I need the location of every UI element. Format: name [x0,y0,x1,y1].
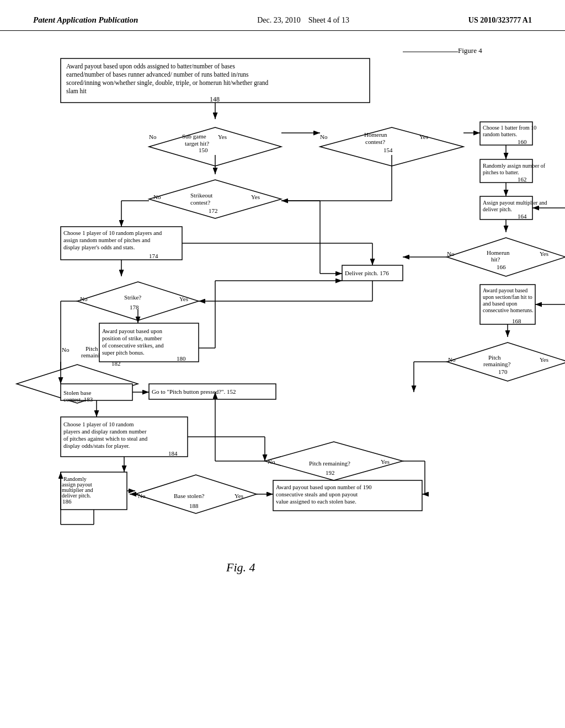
svg-text:Assign payout multiplier and: Assign payout multiplier and [483,200,547,206]
svg-marker-37 [447,238,565,276]
svg-text:Yes: Yes [179,296,188,302]
diagram-area: Figure 4 Award payout based upon odds as… [0,31,565,693]
svg-text:192: 192 [326,469,335,476]
header-sheet: Sheet 4 of 13 [308,16,349,24]
svg-text:and based upon: and based upon [483,301,517,307]
svg-text:Yes: Yes [540,250,548,257]
svg-text:No: No [448,356,456,363]
svg-text:Yes: Yes [218,133,227,140]
svg-text:No: No [149,133,157,140]
svg-text:No: No [153,194,161,200]
page-header: Patent Application Publication Dec. 23, … [0,0,565,31]
svg-text:Pitch: Pitch [86,345,98,352]
svg-text:consecutive steals and upon pa: consecutive steals and upon payout [276,491,358,497]
svg-text:Award payout based upon: Award payout based upon [102,328,163,334]
svg-text:deliver pitch.: deliver pitch. [483,206,512,212]
header-patent-number: US 2010/323777 A1 [468,16,532,25]
svg-text:Award payout based upon number: Award payout based upon number of 190 [276,484,371,490]
node-148-text: Award payout based upon odds assigned to… [66,63,235,70]
svg-text:Yes: Yes [234,493,243,499]
svg-text:super pitch bonus.: super pitch bonus. [102,350,145,356]
svg-text:random batters.: random batters. [483,131,517,137]
svg-text:No: No [447,250,455,257]
svg-text:164: 164 [518,213,527,220]
svg-text:scored/inning won/whether sing: scored/inning won/whether single, double… [66,79,269,87]
svg-text:assign random number of pitche: assign random number of pitches and [63,237,151,243]
svg-text:target hit?: target hit? [185,140,209,147]
svg-text:Base stolen?: Base stolen? [174,493,204,499]
svg-text:hit?: hit? [491,256,500,263]
svg-text:contest?: contest? [365,138,385,145]
svg-text:Award payout based: Award payout based [483,287,527,293]
svg-text:display odds/stats for player.: display odds/stats for player. [63,443,130,449]
svg-text:160: 160 [518,138,527,145]
svg-text:172: 172 [209,207,218,214]
svg-text:148: 148 [210,95,220,103]
svg-text:Pitch: Pitch [488,354,501,361]
svg-text:166: 166 [497,264,506,270]
header-publication: Patent Application Publication [33,15,138,25]
svg-text:Choose 1 batter from 10: Choose 1 batter from 10 [483,125,536,131]
svg-text:value assigned to each stolen : value assigned to each stolen base. [276,499,356,505]
svg-text:pitches to batter.: pitches to batter. [483,169,519,175]
figure-label: Figure 4 [458,46,482,55]
svg-text:upon section/fan hit to: upon section/fan hit to [483,294,532,300]
svg-text:Choose 1 player of 10 random: Choose 1 player of 10 random [63,421,134,427]
svg-text:Go to "Pitch button pressed?".: Go to "Pitch button pressed?". 152 [152,388,236,395]
svg-text:consecutive homeruns.: consecutive homeruns. [483,307,534,313]
svg-text:Choose 1 player of 10 random p: Choose 1 player of 10 random players and [63,230,162,236]
svg-text:Strikeout: Strikeout [190,192,212,199]
svg-text:Yes: Yes [540,356,548,363]
svg-text:170: 170 [498,368,508,375]
svg-text:position of strike, number: position of strike, number [102,335,162,341]
svg-text:Stolen base: Stolen base [63,389,92,396]
svg-text:Yes: Yes [419,133,428,140]
figure-bottom-label: Fig. 4 [226,560,255,574]
svg-text:150: 150 [199,147,208,153]
svg-text:contest. 183: contest. 183 [63,396,93,403]
svg-text:174: 174 [149,253,158,259]
svg-text:players and display random num: players and display random number [63,429,147,435]
flowchart-svg: Figure 4 Award payout based upon odds as… [0,31,565,693]
svg-text:earned/number of bases runner : earned/number of bases runner advanced/ … [66,71,249,78]
svg-text:Deliver pitch. 176: Deliver pitch. 176 [345,270,389,276]
svg-text:162: 162 [518,176,527,183]
svg-text:Homerun: Homerun [364,131,387,138]
svg-text:184: 184 [168,450,178,457]
svg-text:remaining?: remaining? [483,361,511,367]
header-date-sheet: Dec. 23, 2010 Sheet 4 of 13 [257,16,349,25]
svg-text:No: No [320,133,328,140]
svg-text:Randomly assign number of: Randomly assign number of [483,163,546,169]
svg-text:Pitch remaining?: Pitch remaining? [309,460,350,467]
svg-text:No: No [268,458,275,465]
svg-text:188: 188 [189,502,199,509]
svg-text:Sub game: Sub game [182,133,206,140]
svg-text:display player's odds and stat: display player's odds and stats. [63,244,135,250]
header-date: Dec. 23, 2010 [257,16,301,24]
svg-text:contest?: contest? [190,199,210,206]
svg-text:of pitches against which to st: of pitches against which to steal and [63,436,148,442]
svg-text:No: No [62,346,70,353]
svg-text:186: 186 [62,498,72,505]
svg-text:Strike?: Strike? [124,294,141,301]
svg-text:slam hit: slam hit [66,88,87,94]
svg-text:of consecutive strikes, and: of consecutive strikes, and [102,342,164,349]
svg-text:No: No [138,493,146,499]
svg-text:No: No [80,296,88,302]
svg-text:180: 180 [177,355,186,362]
svg-text:Yes: Yes [251,194,260,200]
svg-text:168: 168 [512,318,521,324]
svg-text:154: 154 [383,147,393,153]
svg-text:Homerun: Homerun [487,249,510,256]
svg-text:Yes: Yes [381,458,390,465]
